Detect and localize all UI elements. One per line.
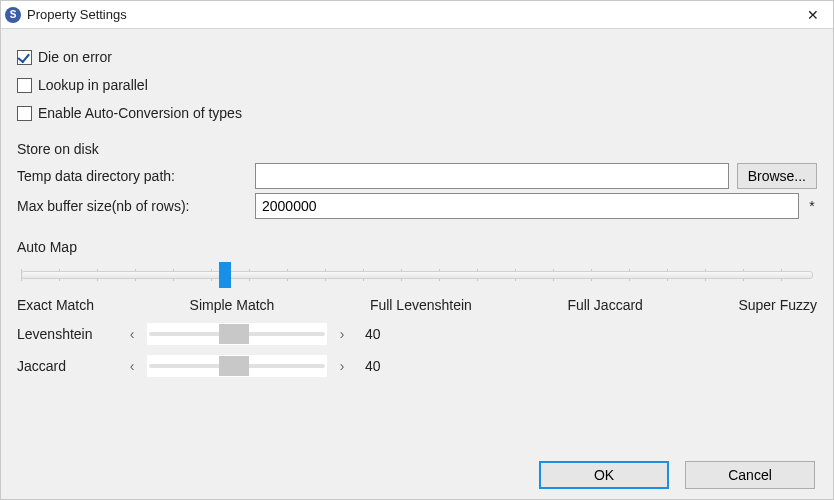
dialog-window: S Property Settings ✕ Die on error Looku… (0, 0, 834, 500)
window-title: Property Settings (27, 7, 127, 22)
buffer-row: Max buffer size(nb of rows): * (17, 193, 817, 219)
jaccard-decrement-icon[interactable]: ‹ (117, 358, 147, 374)
auto-map-group: Auto Map Exact Match Simple Match Full L… (17, 235, 817, 377)
close-icon[interactable]: ✕ (797, 1, 829, 28)
dialog-body: Die on error Lookup in parallel Enable A… (1, 29, 833, 451)
automap-slider-handle[interactable] (219, 262, 231, 288)
levenshtein-increment-icon[interactable]: › (327, 326, 357, 342)
scale-exact-match: Exact Match (17, 297, 94, 313)
lookup-parallel-label: Lookup in parallel (38, 77, 148, 93)
checkbox-row-lookup-parallel: Lookup in parallel (17, 73, 817, 97)
temp-path-label: Temp data directory path: (17, 168, 247, 184)
temp-path-input[interactable] (255, 163, 729, 189)
levenshtein-label: Levenshtein (17, 326, 117, 342)
app-icon: S (5, 7, 21, 23)
button-bar: OK Cancel (1, 451, 833, 499)
jaccard-slider-handle[interactable] (219, 356, 249, 376)
titlebar: S Property Settings ✕ (1, 1, 833, 29)
store-on-disk-group: Store on disk Temp data directory path: … (17, 137, 817, 223)
required-marker: * (807, 198, 817, 214)
auto-conversion-checkbox[interactable] (17, 106, 32, 121)
checkbox-row-die-on-error: Die on error (17, 45, 817, 69)
jaccard-slider[interactable] (147, 355, 327, 377)
automap-subsliders: Levenshtein ‹ › 40 Jaccard ‹ › 40 (17, 323, 407, 377)
scale-full-levenshtein: Full Levenshtein (370, 297, 472, 313)
levenshtein-decrement-icon[interactable]: ‹ (117, 326, 147, 342)
jaccard-value: 40 (357, 358, 407, 374)
levenshtein-slider[interactable] (147, 323, 327, 345)
die-on-error-checkbox[interactable] (17, 50, 32, 65)
cancel-button[interactable]: Cancel (685, 461, 815, 489)
store-group-title: Store on disk (17, 141, 817, 157)
auto-conversion-label: Enable Auto-Conversion of types (38, 105, 242, 121)
temp-path-row: Temp data directory path: Browse... (17, 163, 817, 189)
scale-full-jaccard: Full Jaccard (567, 297, 642, 313)
buffer-input[interactable] (255, 193, 799, 219)
jaccard-increment-icon[interactable]: › (327, 358, 357, 374)
die-on-error-label: Die on error (38, 49, 112, 65)
automap-scale: Exact Match Simple Match Full Levenshtei… (17, 297, 817, 313)
browse-button[interactable]: Browse... (737, 163, 817, 189)
ok-button[interactable]: OK (539, 461, 669, 489)
lookup-parallel-checkbox[interactable] (17, 78, 32, 93)
levenshtein-slider-handle[interactable] (219, 324, 249, 344)
checkbox-row-auto-conversion: Enable Auto-Conversion of types (17, 101, 817, 125)
levenshtein-value: 40 (357, 326, 407, 342)
automap-group-title: Auto Map (17, 239, 817, 255)
scale-super-fuzzy: Super Fuzzy (738, 297, 817, 313)
buffer-label: Max buffer size(nb of rows): (17, 198, 247, 214)
automap-slider[interactable] (21, 263, 813, 287)
scale-simple-match: Simple Match (190, 297, 275, 313)
jaccard-label: Jaccard (17, 358, 117, 374)
